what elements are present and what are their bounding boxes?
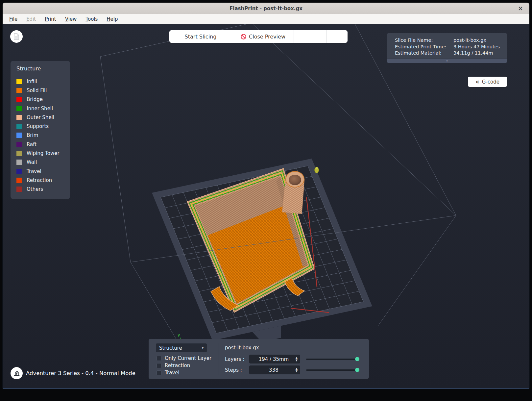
layers-slider-knob[interactable]: [355, 357, 359, 361]
toolbar-empty-segment-2: [327, 30, 348, 43]
legend-item-inner-shell: Inner Shell: [16, 104, 70, 113]
toolbar-empty-segment-1: [294, 30, 327, 43]
document-icon: [13, 33, 20, 40]
slice-file-name-value: post-it-box.gx: [453, 37, 507, 44]
preview-toolbar: Start Slicing Close Preview: [169, 30, 348, 43]
inner-shell-swatch: [16, 106, 22, 111]
printer-button[interactable]: [11, 367, 23, 379]
print-time-value: 3 Hours 47 Minutes: [453, 44, 507, 50]
outer-shell-swatch: [16, 115, 22, 120]
steps-row: Steps : 338 ▲ ▼: [225, 365, 359, 374]
panel-divider: [219, 343, 219, 375]
layers-stepper[interactable]: ▲ ▼: [296, 357, 298, 362]
retraction-swatch: [16, 178, 22, 183]
start-slicing-button[interactable]: Start Slicing: [169, 30, 232, 43]
gl-viewport[interactable]: [3, 23, 529, 388]
prohibition-icon: [240, 34, 247, 40]
raft-swatch: [16, 142, 22, 147]
close-preview-button[interactable]: Close Preview: [232, 30, 294, 43]
chevron-down-icon: ▾: [446, 60, 447, 63]
only-current-layer-checkbox[interactable]: [157, 356, 161, 361]
legend-item-wall: Wall: [16, 158, 70, 167]
slice-info-panel: Slice File Name: post-it-box.gx Estimate…: [387, 33, 507, 63]
close-preview-label: Close Preview: [249, 34, 285, 40]
spinner-up-icon[interactable]: ▲: [296, 367, 298, 370]
steps-input[interactable]: 338 ▲ ▼: [249, 365, 300, 374]
document-button[interactable]: [10, 30, 23, 43]
menu-bar: File Edit Print View Tools Help: [3, 14, 529, 24]
menu-edit: Edit: [23, 15, 39, 23]
steps-label: Steps :: [225, 367, 249, 373]
printer-icon: [13, 370, 20, 377]
structure-legend: Structure Infill Solid Fill Bridge Inner…: [11, 61, 70, 199]
legend-item-supports: Supports: [16, 122, 70, 131]
supports-swatch: [16, 124, 22, 129]
wall-swatch: [16, 160, 22, 165]
infill-swatch: [16, 79, 22, 84]
legend-item-bridge: Bridge: [16, 95, 70, 104]
menu-file[interactable]: File: [6, 15, 21, 23]
legend-item-travel: Travel: [16, 167, 70, 176]
close-window-button[interactable]: ×: [517, 5, 524, 12]
solid-fill-swatch: [16, 88, 22, 93]
menu-view[interactable]: View: [62, 15, 80, 23]
steps-stepper[interactable]: ▲ ▼: [296, 367, 298, 372]
legend-item-retraction: Retraction: [16, 176, 70, 185]
layers-input[interactable]: 194 / 35mm ▲ ▼: [249, 355, 300, 363]
legend-item-others: Others: [16, 185, 70, 194]
structure-mode-dropdown[interactable]: Structure ▾: [156, 343, 207, 352]
wiping-tower-swatch: [16, 151, 22, 156]
window-title: FlashPrint - post-it-box.gx: [230, 6, 302, 12]
layers-row: Layers : 194 / 35mm ▲ ▼: [225, 355, 359, 363]
chevron-down-icon: ▾: [202, 346, 204, 350]
collapse-info-handle[interactable]: ▾: [387, 59, 507, 63]
steps-slider-knob[interactable]: [355, 368, 359, 372]
dropdown-value: Structure: [159, 345, 182, 351]
steps-slider[interactable]: [306, 369, 359, 371]
legend-item-raft: Raft: [16, 140, 70, 149]
menu-help[interactable]: Help: [103, 15, 121, 23]
spinner-down-icon[interactable]: ▼: [296, 370, 298, 372]
travel-checkbox[interactable]: [157, 370, 161, 375]
menu-print[interactable]: Print: [41, 15, 60, 23]
brim-swatch: [16, 133, 22, 138]
bridge-swatch: [16, 97, 22, 102]
spinner-down-icon[interactable]: ▼: [296, 359, 298, 362]
double-chevron-left-icon: «: [475, 79, 479, 84]
others-swatch: [16, 187, 22, 192]
legend-item-outer-shell: Outer Shell: [16, 113, 70, 122]
legend-title: Structure: [16, 65, 70, 72]
legend-item-wiping-tower: Wiping Tower: [16, 149, 70, 158]
application-window: y FlashPrint - post-it-box.gx × File Edi…: [0, 0, 532, 401]
preview-file-name: post-it-box.gx: [225, 345, 259, 351]
print-time-label: Estimated Print Time:: [395, 44, 453, 50]
legend-item-brim: Brim: [16, 131, 70, 140]
travel-swatch: [16, 169, 22, 174]
title-bar: FlashPrint - post-it-box.gx ×: [3, 3, 529, 14]
material-label: Estimated Material:: [395, 50, 453, 57]
only-current-layer-checkbox-row[interactable]: Only Current Layer: [157, 355, 211, 361]
gcode-label: G-code: [482, 79, 499, 85]
printer-status-label: Adventurer 3 Series - 0.4 - Normal Mode: [26, 370, 135, 376]
printer-status: Adventurer 3 Series - 0.4 - Normal Mode: [11, 367, 135, 379]
legend-item-infill: Infill: [16, 77, 70, 86]
retraction-checkbox-row[interactable]: Retraction: [157, 363, 190, 368]
legend-item-solid-fill: Solid Fill: [16, 86, 70, 95]
layers-slider[interactable]: [306, 359, 359, 360]
layers-label: Layers :: [225, 356, 249, 362]
travel-checkbox-row[interactable]: Travel: [157, 370, 180, 376]
menu-tools[interactable]: Tools: [82, 15, 101, 23]
layer-preview-panel: Structure ▾ Only Current Layer Retractio…: [149, 339, 369, 379]
slice-file-name-label: Slice File Name:: [395, 37, 453, 44]
spinner-up-icon[interactable]: ▲: [296, 357, 298, 359]
gcode-button[interactable]: « G-code: [468, 77, 507, 87]
retraction-checkbox[interactable]: [157, 363, 161, 368]
start-slicing-label: Start Slicing: [185, 34, 217, 40]
material-value: 34.11g / 11.44m: [453, 50, 507, 57]
